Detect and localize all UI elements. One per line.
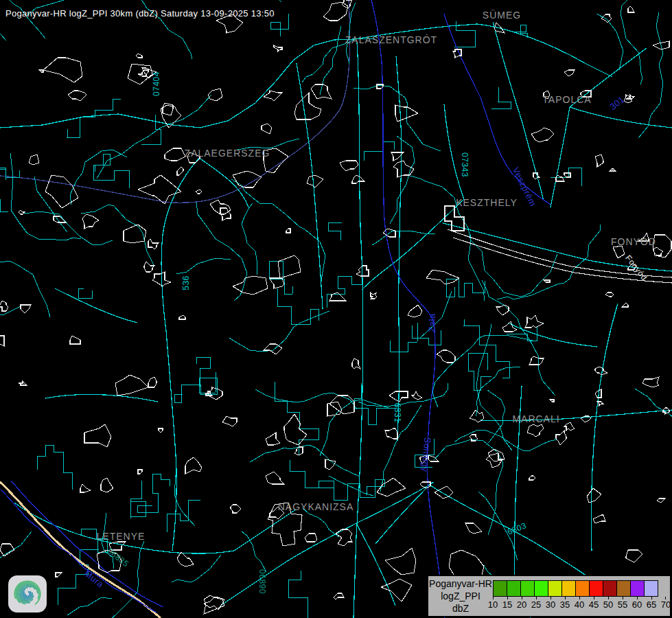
- major-roads-layer: [0, 22, 672, 618]
- legend-tick-label-45: 45: [589, 599, 599, 610]
- legend-swatch-65: [644, 580, 658, 597]
- legend-swatch-40: [575, 580, 590, 597]
- legend-unit-label: dbZ: [428, 602, 493, 615]
- radar-product-title: Poganyvar-HR logZ_PPI 30km (dbZ) Saturda…: [5, 8, 275, 19]
- minor-roads-layer: [0, 0, 672, 618]
- legend-swatch-55: [616, 580, 631, 597]
- radar-logo[interactable]: [8, 575, 47, 613]
- legend-tick-label-40: 40: [575, 599, 584, 610]
- legend-swatch-20: [520, 580, 535, 597]
- legend-color-scale: 10152025303540455055606570: [493, 576, 670, 616]
- legend-tick-label-10: 10: [488, 599, 498, 610]
- legend-tick-label-20: 20: [517, 599, 526, 610]
- legend-tick-label-30: 30: [546, 599, 555, 610]
- legend-swatch-30: [548, 580, 562, 597]
- legend-tick-label-65: 65: [647, 599, 656, 610]
- county-border-layer: [0, 0, 350, 203]
- legend-tick-label-15: 15: [502, 599, 512, 610]
- radar-screen: ZALASZENTGRÓTSÜMEGTAPOLCAKESZTHELYFONYÓD…: [0, 0, 672, 618]
- legend-station-name: Poganyvar-HR: [428, 577, 493, 590]
- legend-swatch-60: [630, 580, 645, 597]
- legend-title-block: Poganyvar-HR logZ_PPI dbZ: [428, 576, 493, 616]
- rivers-layer: [0, 0, 551, 618]
- settlements-layer: [0, 0, 672, 614]
- legend-swatch-45: [589, 580, 603, 597]
- legend-swatch-50: [603, 580, 617, 597]
- radar-legend: Poganyvar-HR logZ_PPI dbZ 10152025303540…: [427, 575, 671, 617]
- legend-product-name: logZ_PPI: [428, 590, 493, 602]
- legend-tick-label-25: 25: [531, 599, 541, 610]
- radar-map: [0, 0, 672, 618]
- legend-swatch-10: [493, 580, 507, 597]
- legend-tick-label-60: 60: [632, 599, 642, 610]
- legend-tick-label-55: 55: [618, 599, 627, 610]
- legend-swatch-25: [534, 580, 548, 597]
- legend-tick-label-70: 70: [661, 599, 671, 610]
- radar-spiral-icon: [12, 579, 43, 609]
- legend-tick-label-50: 50: [603, 599, 613, 610]
- legend-swatch-row: [493, 580, 658, 597]
- legend-tick-label-35: 35: [560, 599, 570, 610]
- legend-swatch-35: [561, 580, 576, 597]
- legend-swatch-15: [507, 580, 521, 597]
